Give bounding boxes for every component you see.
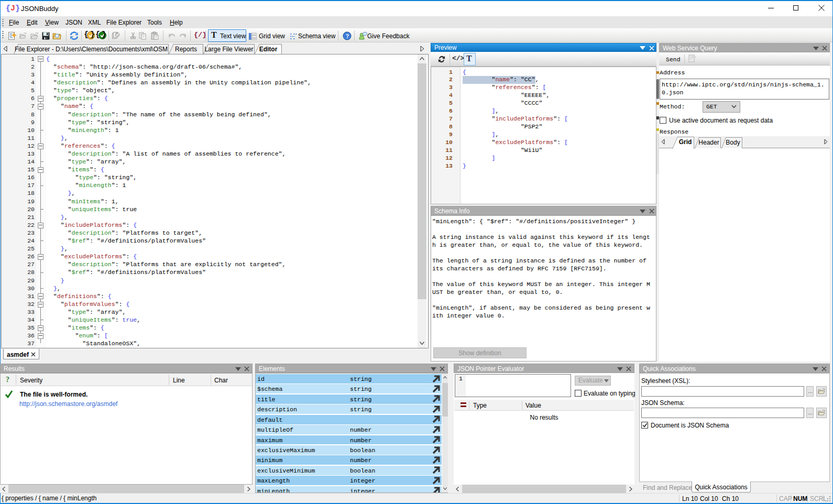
svg-text:?: ? [345,33,349,39]
